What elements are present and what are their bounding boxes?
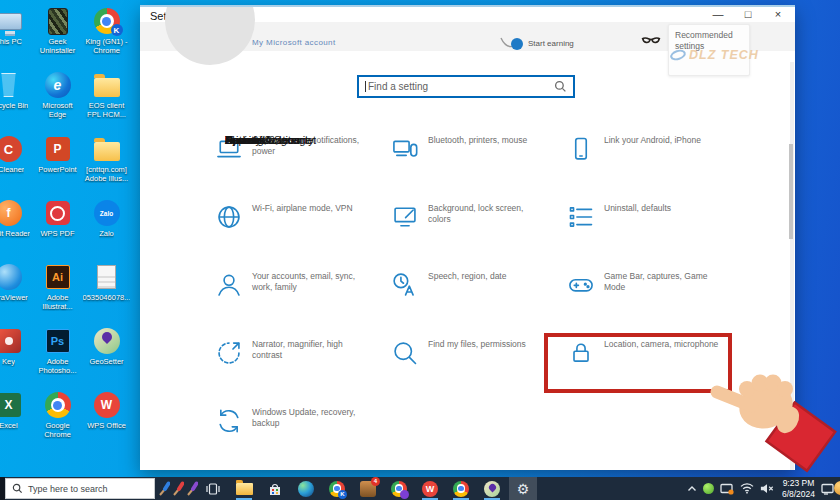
desktop-icon-geosetter[interactable]: GeoSetter: [82, 326, 131, 390]
desktop-icon-label: 0535046078...: [83, 294, 131, 303]
desktop-icon-powerpoint[interactable]: PPowerPoint: [33, 134, 82, 198]
settings-tile-update-security[interactable]: Update & SecurityWindows Update, recover…: [215, 403, 391, 470]
taskbar-brush-red-icon[interactable]: [171, 477, 184, 500]
desktop-icon-label: GeoSetter: [89, 358, 123, 367]
settings-tile-personalization[interactable]: PersonalizationBackground, lock screen, …: [391, 199, 567, 267]
desktop-icon-label: King (GN1) - Chrome: [83, 38, 131, 55]
desktop-icon-microsoft-edge[interactable]: eMicrosoft Edge: [33, 70, 82, 134]
desktop-icon-recycle-bin[interactable]: Recycle Bin: [0, 70, 33, 134]
ccleaner-icon: C: [0, 134, 22, 164]
desktop-icon-king-gn1-chrome[interactable]: KKing (GN1) - Chrome: [82, 6, 131, 70]
settings-tile-accounts[interactable]: AccountsYour accounts, email, sync, work…: [215, 267, 391, 335]
settings-tile-network-internet[interactable]: Network & InternetWi-Fi, airplane mode, …: [215, 199, 391, 267]
desktop: This PCGeek UninstallerKKing (GN1) - Chr…: [0, 0, 840, 500]
desktop-icon-geek-uninstaller[interactable]: Geek Uninstaller: [33, 6, 82, 70]
eos-client-fpl-hcm-icon: [94, 70, 120, 100]
desktop-icon-label: Adobe Photosho...: [34, 358, 82, 375]
settings-tile-devices[interactable]: DevicesBluetooth, printers, mouse: [391, 131, 567, 199]
desktop-icon-wps-pdf[interactable]: WPS PDF: [33, 198, 82, 262]
tray-partial-app-icon[interactable]: [834, 481, 840, 495]
settings-tile-search[interactable]: SearchFind my files, permissions: [391, 335, 567, 403]
taskbar-monkey-app-icon[interactable]: 4: [354, 477, 382, 500]
adobe-illustrat-icon: Ai: [46, 262, 70, 292]
scrollbar[interactable]: [790, 62, 794, 470]
taskbar-geo-app-icon[interactable]: [478, 477, 506, 500]
find-setting-search-input[interactable]: Find a setting: [357, 75, 575, 98]
settings-tile-phone[interactable]: PhoneLink your Android, iPhone: [567, 131, 743, 199]
desktop-icon-label: Adobe Illustrat...: [34, 294, 82, 311]
tray-green-app-icon[interactable]: [703, 483, 714, 494]
watermark-logo-icon: [669, 48, 687, 62]
tray-wifi-icon[interactable]: [740, 483, 754, 494]
settings-tile-time-language[interactable]: Time & LanguageSpeech, region, date: [391, 267, 567, 335]
settings-tile-gaming[interactable]: GamingGame Bar, captures, Game Mode: [567, 267, 743, 335]
taskbar-brush-purple-icon[interactable]: [185, 477, 198, 500]
wps-pdf-icon: [46, 198, 70, 228]
geek-uninstaller-icon: [48, 6, 68, 36]
desktop-icon-cnttqn-com-adobe-illus[interactable]: [cnttqn.com] Adobe Illus...: [82, 134, 131, 198]
maximize-button[interactable]: □: [733, 7, 763, 23]
desktop-icon-label: Zalo: [99, 230, 114, 239]
clock-time: 9:23 PM: [783, 478, 815, 488]
desktop-icon-adobe-photosho[interactable]: PsAdobe Photosho...: [33, 326, 82, 390]
phone-icon: [567, 135, 595, 167]
tile-description: Narrator, magnifier, high contrast: [252, 339, 372, 361]
desktop-icon-wps-office[interactable]: WWPS Office: [82, 390, 131, 454]
rewards-promo[interactable]: Start earning: [498, 35, 574, 51]
desktop-icon-zalo[interactable]: ZaloZalo: [82, 198, 131, 262]
taskbar-brush-blue-icon[interactable]: [157, 477, 170, 500]
action-center-icon[interactable]: [821, 483, 834, 495]
account-header-band: My Microsoft account Start earning Recom…: [140, 22, 795, 51]
desktop-icon-label: Foxit Reader: [0, 230, 30, 239]
desktop-icon-label: Microsoft Edge: [34, 102, 82, 119]
geosetter-icon: [94, 326, 120, 356]
tile-description: Windows Update, recovery, backup: [252, 407, 372, 429]
desktop-icon-0535046078[interactable]: 0535046078...: [82, 262, 131, 326]
desktop-icon-this-pc[interactable]: This PC: [0, 6, 33, 70]
google-chrome-icon: [45, 390, 71, 420]
taskbar-clock[interactable]: 9:23 PM 6/8/2024: [782, 478, 815, 499]
notification-badge: 4: [371, 477, 380, 486]
devices-icon: [391, 135, 419, 167]
desktop-icon-label: EOS client FPL HCM...: [83, 102, 131, 119]
taskbar-taskview-app-icon[interactable]: [199, 477, 227, 500]
minimize-button[interactable]: —: [703, 7, 733, 23]
tile-description: Find my files, permissions: [428, 339, 526, 350]
microsoft-account-link[interactable]: My Microsoft account: [252, 38, 336, 47]
taskbar-chrome-k-app-icon[interactable]: K: [323, 477, 351, 500]
desktop-icon-foxit-reader[interactable]: fFoxit Reader: [0, 198, 33, 262]
settings-grid: SystemDisplay, sound, notifications, pow…: [215, 131, 743, 470]
accounts-icon: [215, 271, 243, 303]
desktop-icon-google-chrome[interactable]: Google Chrome: [33, 390, 82, 454]
taskbar-search-input[interactable]: Type here to search: [5, 478, 155, 499]
taskbar: Type here to search K4 W⚙ 9:23 PM 6/8/20…: [0, 477, 840, 500]
settings-tile-apps[interactable]: AppsUninstall, defaults: [567, 199, 743, 267]
tile-description: Location, camera, microphone: [604, 339, 718, 350]
desktop-icon-ultraviewer[interactable]: UltraViewer: [0, 262, 33, 326]
taskbar-wps-app-icon[interactable]: W: [416, 477, 444, 500]
taskbar-chrome-p-app-icon[interactable]: [385, 477, 413, 500]
tile-description: Uninstall, defaults: [604, 203, 671, 214]
tray-chevron-up-icon[interactable]: [687, 485, 697, 493]
close-button[interactable]: ×: [763, 7, 793, 23]
taskbar-explorer-app-icon[interactable]: [230, 477, 258, 500]
taskbar-store-app-icon[interactable]: [261, 477, 289, 500]
desktop-icon-label: Excel: [0, 422, 18, 431]
desktop-icon-adobe-illustrat[interactable]: AiAdobe Illustrat...: [33, 262, 82, 326]
desktop-icon-label: CCleaner: [0, 166, 24, 175]
taskbar-settings-app-icon[interactable]: ⚙: [509, 477, 537, 500]
desktop-icon-ccleaner[interactable]: CCCleaner: [0, 134, 33, 198]
tray-display-icon[interactable]: [720, 483, 734, 495]
desktop-icon-eos-client-fpl-hcm[interactable]: EOS client FPL HCM...: [82, 70, 131, 134]
desktop-icon-excel[interactable]: XExcel: [0, 390, 33, 454]
desktop-icon-key[interactable]: Key: [0, 326, 33, 390]
tray-volume-mute-icon[interactable]: [760, 483, 774, 494]
ultraviewer-icon: [0, 262, 22, 292]
tile-description: Wi-Fi, airplane mode, VPN: [252, 203, 353, 214]
taskbar-sphere-app-icon[interactable]: [292, 477, 320, 500]
watermark: DLZ TECH: [670, 48, 759, 62]
settings-tile-privacy[interactable]: PrivacyLocation, camera, microphone: [567, 335, 743, 403]
taskbar-chrome-app-icon[interactable]: [447, 477, 475, 500]
settings-tile-ease-of-access[interactable]: Ease of AccessNarrator, magnifier, high …: [215, 335, 391, 403]
desktop-icon-label: UltraViewer: [0, 294, 28, 303]
